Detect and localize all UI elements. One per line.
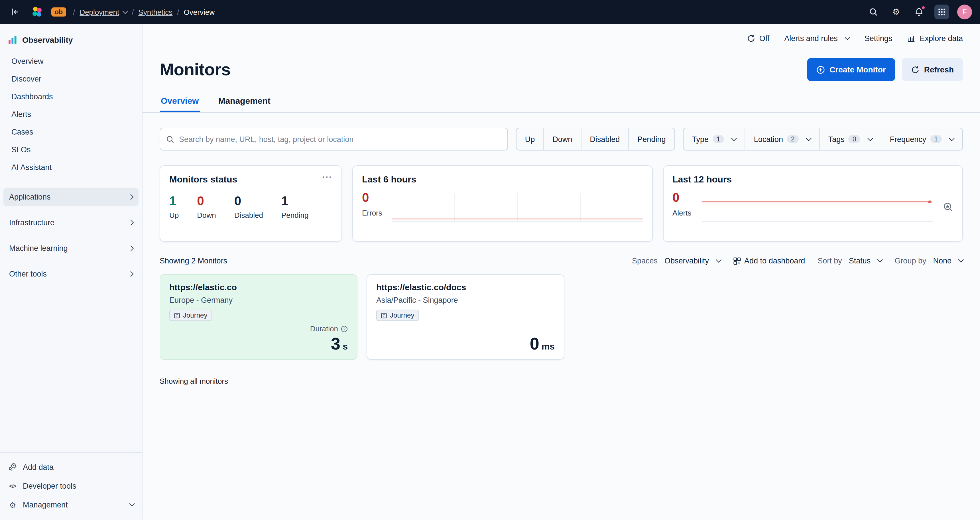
sidebar-group-label: Applications bbox=[9, 193, 51, 201]
page-tabs: Overview Management bbox=[143, 89, 980, 113]
filter-count-badge: 0 bbox=[849, 135, 860, 143]
sidebar-item-discover[interactable]: Discover bbox=[3, 71, 138, 87]
plus-circle-icon bbox=[816, 65, 825, 74]
explore-data-button[interactable]: Explore data bbox=[907, 34, 963, 43]
breadcrumb-overview: Overview bbox=[184, 8, 215, 16]
sidebar-item-cases[interactable]: Cases bbox=[3, 124, 138, 140]
sidebar-footer-label: Developer tools bbox=[23, 482, 76, 490]
filter-location-dropdown[interactable]: Location 2 bbox=[745, 128, 819, 150]
duration-unit: s bbox=[343, 342, 348, 351]
group-by-selector[interactable]: Group by None bbox=[894, 257, 963, 265]
create-monitor-button[interactable]: Create Monitor bbox=[807, 58, 895, 81]
alerts-and-rules-label: Alerts and rules bbox=[784, 34, 838, 43]
gear-icon: ⚙ bbox=[8, 501, 17, 509]
list-toolbar: Showing 2 Monitors Spaces Observability … bbox=[143, 257, 980, 265]
sort-by-selector[interactable]: Sort by Status bbox=[818, 257, 882, 265]
sidebar-item-add-data[interactable]: Add data bbox=[0, 457, 142, 477]
filter-pending-button[interactable]: Pending bbox=[628, 128, 674, 150]
duration-value: 0 bbox=[530, 334, 539, 353]
duration-unit: ms bbox=[542, 342, 555, 351]
collapse-nav-icon[interactable] bbox=[8, 5, 23, 19]
page-title: Monitors bbox=[160, 60, 231, 79]
sidebar-group-machine-learning[interactable]: Machine learning bbox=[3, 239, 138, 258]
filter-up-button[interactable]: Up bbox=[517, 128, 544, 150]
auto-refresh-label: Off bbox=[759, 34, 770, 43]
search-icon[interactable] bbox=[866, 5, 881, 19]
help-circle-icon[interactable]: ? bbox=[341, 325, 348, 332]
refresh-button[interactable]: Refresh bbox=[902, 58, 963, 81]
sidebar-group-applications[interactable]: Applications bbox=[3, 188, 138, 207]
settings-link[interactable]: Settings bbox=[865, 34, 892, 43]
auto-refresh-icon bbox=[747, 34, 756, 43]
explore-data-icon bbox=[907, 34, 916, 43]
sort-by-label: Sort by bbox=[818, 257, 842, 265]
dashboard-icon bbox=[733, 257, 741, 265]
sidebar-item-alerts[interactable]: Alerts bbox=[3, 106, 138, 122]
sidebar-item-overview[interactable]: Overview bbox=[3, 53, 138, 70]
tab-overview[interactable]: Overview bbox=[160, 89, 200, 112]
last-6-hours-panel: Last 6 hours 0 Errors bbox=[352, 165, 652, 242]
sidebar-group-infrastructure[interactable]: Infrastructure bbox=[3, 213, 138, 232]
user-avatar[interactable]: F bbox=[957, 5, 972, 19]
sidebar-group-label: Other tools bbox=[9, 270, 47, 278]
sidebar-group-other-tools[interactable]: Other tools bbox=[3, 264, 138, 283]
summary-panels: Monitors status ⋯ 1 Up 0 Down 0 bbox=[143, 165, 980, 242]
spaces-selector[interactable]: Spaces Observability bbox=[632, 257, 720, 265]
breadcrumb-separator: / bbox=[177, 8, 179, 16]
add-to-dashboard-button[interactable]: Add to dashboard bbox=[733, 257, 805, 265]
search-input[interactable] bbox=[179, 135, 502, 143]
refresh-label: Refresh bbox=[924, 65, 954, 74]
sidebar-solution-title[interactable]: Observability bbox=[0, 31, 142, 52]
create-monitor-label: Create Monitor bbox=[829, 65, 886, 74]
sidebar-item-developer-tools[interactable]: </> Developer tools bbox=[0, 477, 142, 496]
duration-label: Duration bbox=[310, 324, 338, 333]
search-icon bbox=[166, 135, 175, 143]
sidebar-item-management[interactable]: ⚙ Management bbox=[0, 496, 142, 514]
chevron-down-icon bbox=[806, 135, 811, 141]
stat-label: Disabled bbox=[234, 211, 263, 219]
monitor-card-elastic-co[interactable]: https://elastic.co Europe - Germany Jour… bbox=[160, 274, 358, 360]
sidebar-item-dashboards[interactable]: Dashboards bbox=[3, 88, 138, 105]
main-content: Off Alerts and rules Settings Explore da… bbox=[143, 24, 980, 520]
monitor-card-elastic-co-docs[interactable]: https://elastic.co/docs Asia/Pacific - S… bbox=[367, 274, 565, 360]
rocket-icon bbox=[8, 463, 17, 472]
stat-down: 0 Down bbox=[197, 194, 216, 219]
filter-label: Type bbox=[692, 135, 709, 143]
elastic-logo[interactable] bbox=[30, 5, 45, 19]
breadcrumb-synthetics[interactable]: Synthetics bbox=[138, 8, 172, 16]
errors-label: Errors bbox=[362, 209, 382, 217]
explore-data-label: Explore data bbox=[920, 34, 963, 43]
filter-type-dropdown[interactable]: Type 1 bbox=[683, 128, 745, 150]
tab-management[interactable]: Management bbox=[217, 89, 271, 112]
alerts-label: Alerts bbox=[673, 209, 691, 217]
filter-frequency-dropdown[interactable]: Frequency 1 bbox=[881, 128, 963, 150]
svg-text:?: ? bbox=[343, 326, 345, 331]
breadcrumb-deployment[interactable]: Deployment bbox=[80, 8, 127, 16]
filter-tags-dropdown[interactable]: Tags 0 bbox=[819, 128, 881, 150]
left-sidebar: Observability Overview Discover Dashboar… bbox=[0, 24, 143, 520]
alerts-metric: 0 Alerts bbox=[673, 191, 691, 217]
refresh-icon bbox=[911, 65, 920, 74]
settings-gear-icon[interactable]: ⚙ bbox=[889, 5, 904, 19]
stat-value: 1 bbox=[282, 194, 309, 209]
monitor-location: Asia/Pacific - Singapore bbox=[376, 296, 555, 304]
alerts-and-rules-menu[interactable]: Alerts and rules bbox=[784, 34, 850, 43]
filter-disabled-button[interactable]: Disabled bbox=[581, 128, 628, 150]
app-root: ob / Deployment / Synthetics / Overview … bbox=[0, 0, 980, 520]
inspect-chart-icon[interactable] bbox=[943, 202, 953, 215]
deployment-badge[interactable]: ob bbox=[51, 7, 66, 16]
panel-title: Last 12 hours bbox=[673, 175, 953, 185]
monitor-cards: https://elastic.co Europe - Germany Jour… bbox=[143, 274, 980, 360]
sidebar-item-slos[interactable]: SLOs bbox=[3, 142, 138, 158]
monitor-metric: Duration ? 3s bbox=[310, 324, 348, 353]
monitor-type-badge: Journey bbox=[376, 310, 419, 321]
filter-down-button[interactable]: Down bbox=[543, 128, 581, 150]
chevron-down-icon bbox=[732, 135, 737, 141]
panel-options-icon[interactable]: ⋯ bbox=[322, 175, 332, 180]
auto-refresh-button[interactable]: Off bbox=[747, 34, 770, 43]
notifications-bell-icon[interactable] bbox=[912, 5, 926, 19]
apps-grid-icon[interactable] bbox=[934, 5, 949, 19]
sidebar-group-label: Infrastructure bbox=[9, 218, 54, 227]
stat-value: 1 bbox=[169, 194, 179, 209]
sidebar-item-ai-assistant[interactable]: AI Assistant bbox=[3, 159, 138, 176]
